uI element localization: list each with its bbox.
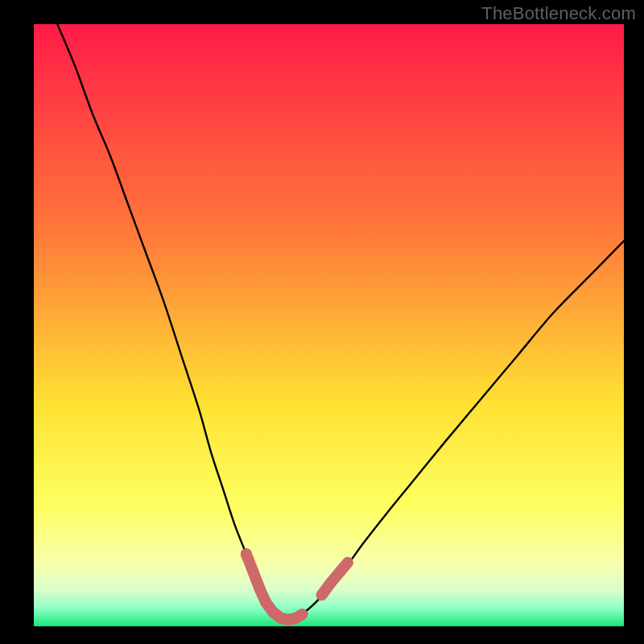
bottleneck-chart: [34, 24, 624, 626]
curve-marker-segment: [295, 614, 303, 618]
gradient-background: [34, 24, 624, 626]
curve-marker-segment: [341, 563, 348, 571]
watermark-text: TheBottleneck.com: [481, 3, 636, 24]
chart-plot-area: [34, 24, 624, 626]
